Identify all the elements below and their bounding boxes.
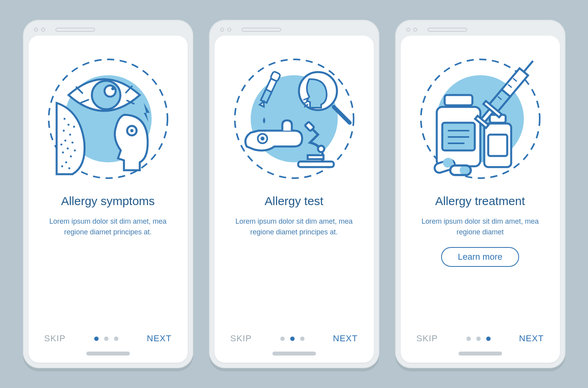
- onboarding-nav: SKIP NEXT: [413, 333, 548, 346]
- pager-dot[interactable]: [104, 337, 108, 341]
- svg-point-5: [63, 118, 65, 120]
- phone-frame: Allergy test Lorem ipsum dolor sit dim a…: [209, 20, 379, 368]
- phone-notch: [29, 25, 188, 36]
- phone-frame: Allergy treatment Lorem ipsum dolor sit …: [395, 20, 565, 368]
- svg-point-11: [67, 148, 69, 150]
- svg-point-21: [130, 129, 133, 132]
- onboarding-screen-2: Allergy test Lorem ipsum dolor sit dim a…: [215, 36, 374, 363]
- svg-rect-31: [298, 162, 334, 167]
- svg-rect-37: [445, 95, 472, 105]
- next-button[interactable]: NEXT: [147, 333, 172, 344]
- phone-frame: Allergy symptoms Lorem ipsum dolor sit d…: [23, 20, 193, 368]
- skip-button[interactable]: SKIP: [230, 333, 252, 344]
- svg-point-8: [69, 134, 71, 136]
- screen-title: Allergy symptoms: [61, 194, 155, 208]
- svg-point-16: [68, 167, 70, 169]
- pager-dot[interactable]: [94, 337, 99, 341]
- svg-point-29: [261, 137, 265, 141]
- pager-dot[interactable]: [466, 337, 471, 341]
- learn-more-button[interactable]: Learn more: [441, 247, 519, 267]
- svg-point-4: [111, 87, 114, 90]
- screen-title: Allergy treatment: [435, 194, 525, 208]
- pager-dot[interactable]: [280, 337, 285, 341]
- svg-point-10: [71, 142, 73, 144]
- pager-dot[interactable]: [114, 337, 118, 341]
- screen-body: Lorem ipsum dolor sit dim amet, mea regi…: [417, 216, 544, 238]
- treatment-illustration-icon: [417, 55, 544, 182]
- next-button[interactable]: NEXT: [333, 333, 358, 344]
- svg-point-12: [62, 152, 64, 154]
- home-indicator: [272, 352, 316, 356]
- onboarding-nav: SKIP NEXT: [226, 333, 362, 346]
- onboarding-screen-1: Allergy symptoms Lorem ipsum dolor sit d…: [29, 36, 188, 363]
- svg-point-3: [105, 86, 116, 97]
- phone-notch: [215, 25, 374, 36]
- svg-point-15: [61, 165, 63, 167]
- svg-rect-32: [308, 155, 323, 159]
- skip-button[interactable]: SKIP: [417, 333, 438, 344]
- svg-point-6: [67, 124, 69, 126]
- onboarding-nav: SKIP NEXT: [40, 333, 176, 346]
- skip-button[interactable]: SKIP: [44, 333, 66, 344]
- svg-point-9: [64, 140, 66, 142]
- pager-dot[interactable]: [486, 337, 491, 341]
- svg-point-7: [63, 130, 65, 132]
- page-indicator: [94, 337, 118, 341]
- page-indicator: [280, 337, 304, 341]
- svg-point-17: [73, 126, 75, 128]
- pager-dot[interactable]: [290, 337, 295, 341]
- page-indicator: [466, 337, 491, 341]
- pager-dot[interactable]: [300, 337, 304, 341]
- symptoms-illustration-icon: [45, 55, 171, 182]
- test-illustration-icon: [231, 55, 358, 182]
- svg-point-33: [318, 146, 324, 152]
- screen-body: Lorem ipsum dolor sit dim amet, mea regi…: [231, 216, 358, 238]
- svg-rect-44: [488, 135, 507, 156]
- svg-line-48: [523, 61, 533, 72]
- home-indicator: [459, 352, 502, 356]
- home-indicator: [86, 352, 130, 356]
- phone-notch: [401, 25, 560, 36]
- svg-point-18: [74, 150, 76, 152]
- svg-point-19: [60, 144, 62, 146]
- next-button[interactable]: NEXT: [519, 333, 544, 344]
- pager-dot[interactable]: [476, 337, 481, 341]
- svg-point-14: [65, 162, 67, 164]
- screen-title: Allergy test: [265, 194, 323, 208]
- svg-point-13: [70, 156, 72, 158]
- screen-body: Lorem ipsum dolor sit dim amet, mea regi…: [45, 216, 171, 238]
- onboarding-screen-3: Allergy treatment Lorem ipsum dolor sit …: [401, 36, 560, 363]
